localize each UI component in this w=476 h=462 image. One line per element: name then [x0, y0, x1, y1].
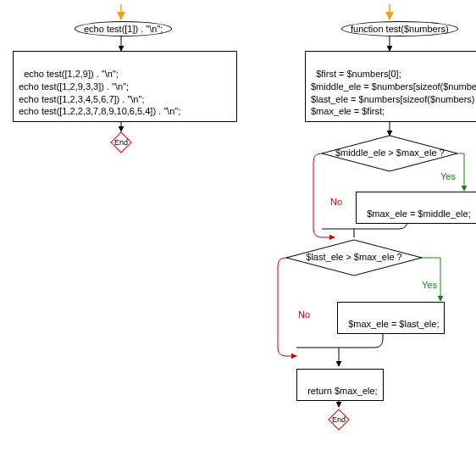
- assign2-text: $max_ele = $last_ele;: [348, 319, 439, 329]
- return-text: return $max_ele;: [307, 386, 378, 396]
- decision-2: $last_ele > $max_ele ?: [302, 252, 407, 262]
- assign1-process: $max_ele = $middle_ele;: [356, 192, 476, 224]
- dec2-yes-label: Yes: [422, 280, 437, 290]
- left-end-terminator: End: [110, 131, 132, 153]
- right-init-process: $first = $numbers[0]; $middle_ele = $num…: [305, 51, 476, 122]
- left-end-text: End: [114, 138, 128, 147]
- left-calls-text: echo test([1,2,9]) . "\n"; echo test([1,…: [19, 69, 180, 117]
- decision-2-text: $last_ele > $max_ele ?: [306, 252, 401, 262]
- decision-1: $middle_ele > $max_ele ?: [335, 148, 444, 158]
- dec2-no-label: No: [298, 309, 310, 320]
- left-start-text: echo test([1]) . "\n";: [84, 24, 163, 34]
- right-end-text: End: [332, 415, 346, 424]
- right-start-terminator: function test($numbers): [341, 21, 458, 36]
- return-process: return $max_ele;: [296, 369, 384, 401]
- right-end-terminator: End: [328, 409, 350, 431]
- dec1-yes-label: Yes: [440, 171, 456, 181]
- right-init-text: $first = $numbers[0]; $middle_ele = $num…: [311, 69, 476, 117]
- left-start-terminator: echo test([1]) . "\n";: [75, 21, 172, 36]
- assign1-text: $max_ele = $middle_ele;: [367, 209, 471, 219]
- dec1-no-label: No: [330, 197, 342, 207]
- right-start-text: function test($numbers): [351, 24, 449, 34]
- assign2-process: $max_ele = $last_ele;: [337, 302, 445, 334]
- left-calls-process: echo test([1,2,9]) . "\n"; echo test([1,…: [13, 51, 237, 122]
- decision-1-text: $middle_ele > $max_ele ?: [335, 148, 445, 158]
